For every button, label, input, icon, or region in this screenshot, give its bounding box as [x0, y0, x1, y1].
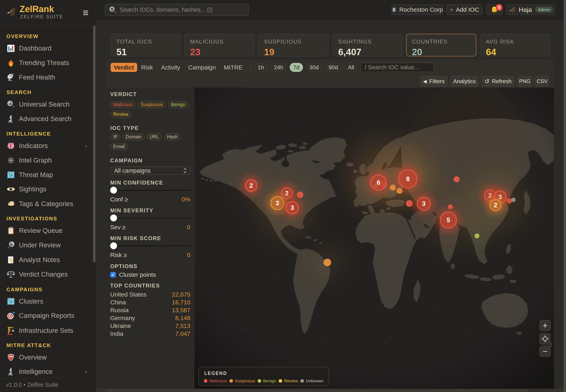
svg-text:2: 2 — [249, 182, 253, 189]
svg-text:3: 3 — [276, 200, 279, 207]
svg-text:3: 3 — [290, 204, 294, 211]
svg-text:2: 2 — [494, 202, 497, 209]
svg-text:6: 6 — [377, 179, 380, 186]
svg-text:3: 3 — [422, 200, 425, 207]
svg-text:8: 8 — [406, 175, 410, 182]
svg-text:5: 5 — [447, 217, 450, 224]
